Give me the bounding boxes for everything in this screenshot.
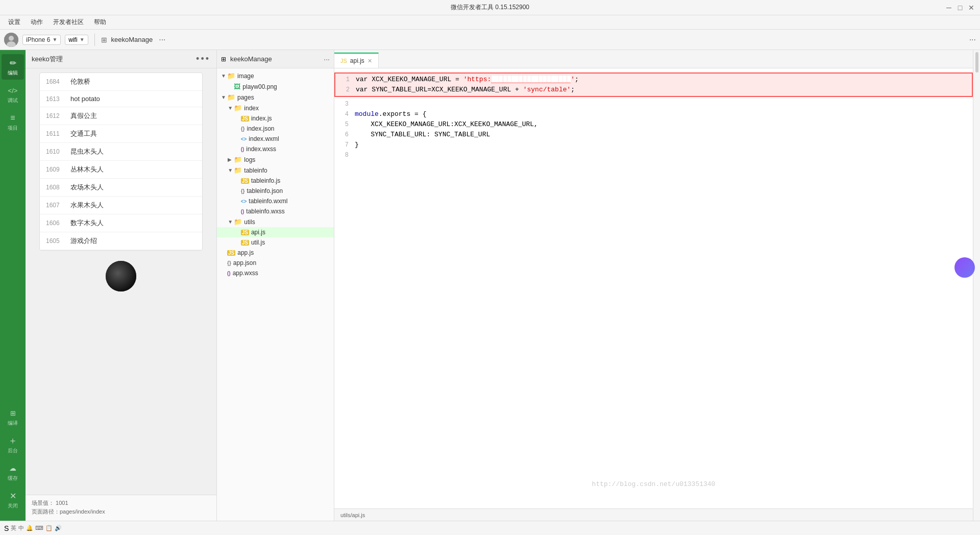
project-icon: ⊞ — [101, 36, 107, 44]
project-sidebar-icon: ≡ — [7, 112, 18, 124]
tree-item-tableinfojs[interactable]: JS tableinfo.js — [217, 176, 334, 186]
list-item-num: 1613 — [46, 95, 64, 103]
list-item-name: 昆虫木头人 — [70, 147, 104, 156]
svg-point-1 — [9, 36, 14, 41]
scrollbar-thumb[interactable] — [975, 52, 978, 72]
list-item-num: 1609 — [46, 166, 64, 173]
keyboard-icon[interactable]: ⌨ — [35, 525, 43, 531]
device-selector[interactable]: iPhone 6 ▼ — [22, 35, 61, 45]
file-tree-more[interactable]: ··· — [324, 55, 330, 63]
app-title: 微信开发者工具 0.15.152900 — [451, 3, 529, 12]
menu-settings[interactable]: 设置 — [4, 17, 24, 28]
file-type-icon: {} — [241, 126, 245, 132]
sidebar-item-backend[interactable]: ＋ 后台 — [2, 432, 24, 457]
file-type-icon: JS — [241, 178, 249, 184]
wifi-selector[interactable]: wifi ▼ — [65, 35, 88, 45]
tab-close-button[interactable]: ✕ — [368, 58, 372, 64]
tree-item-tableinfowxss[interactable]: () tableinfo.wxss — [217, 206, 334, 216]
file-type-icon: () — [241, 209, 244, 214]
arrow-icon: ▼ — [228, 105, 233, 111]
notification-icon[interactable]: 🔔 — [26, 525, 33, 531]
tree-item-label: index — [244, 105, 259, 112]
tree-item-tableinfojson[interactable]: {} tableinfo.json — [217, 186, 334, 196]
tree-item-indexjs[interactable]: JS index.js — [217, 113, 334, 124]
lang-en[interactable]: 英 — [11, 524, 16, 532]
arrow-icon: ▼ — [228, 167, 233, 173]
editor-label: 编辑 — [8, 69, 18, 77]
tree-item-indexwxml[interactable]: <> index.wxml — [217, 134, 334, 144]
file-type-icon: () — [227, 271, 231, 276]
sougou-icon[interactable]: S — [4, 524, 9, 532]
tree-item-logs[interactable]: ▶📁 logs — [217, 154, 334, 165]
toolbar-more-button[interactable]: ··· — [159, 35, 165, 44]
list-item[interactable]: 1612真假公主 — [40, 107, 202, 125]
list-item[interactable]: 1611交通工具 — [40, 125, 202, 143]
list-item[interactable]: 1606数字木头人 — [40, 214, 202, 232]
tree-item-index[interactable]: ▼📁 index — [217, 103, 334, 113]
list-item[interactable]: 1684伦敦桥 — [40, 73, 202, 91]
sidebar-item-project[interactable]: ≡ 项目 — [2, 109, 24, 135]
sidebar-item-cache[interactable]: ☁ 缓存 — [2, 459, 24, 485]
file-tree-panel: ⊞ keekoManage ··· ▼📁 image 🖼 playw00.png… — [217, 50, 334, 521]
tree-item-appjson[interactable]: {} app.json — [217, 258, 334, 268]
list-item[interactable]: 1608农场木头人 — [40, 179, 202, 197]
list-item[interactable]: 1607水果木头人 — [40, 197, 202, 214]
phone-header-dots[interactable]: ••• — [196, 54, 210, 64]
file-type-icon: <> — [241, 199, 247, 204]
menu-actions[interactable]: 动作 — [27, 17, 47, 28]
editor-tab-apijs[interactable]: JS api.js ✕ — [334, 53, 379, 68]
code-line: 4module.exports = { — [334, 109, 973, 119]
arrow-icon: ▼ — [221, 94, 226, 100]
toolbar-extra-button[interactable]: ··· — [969, 35, 976, 44]
list-item[interactable]: 1610昆虫木头人 — [40, 143, 202, 161]
tree-item-utiljs[interactable]: JS util.js — [217, 237, 334, 248]
list-item[interactable]: 1605游戏介绍 — [40, 232, 202, 250]
tree-item-indexjson[interactable]: {} index.json — [217, 124, 334, 134]
file-type-icon: 📁 — [227, 72, 235, 80]
menu-help[interactable]: 帮助 — [90, 17, 110, 28]
avatar[interactable] — [4, 33, 18, 47]
scene-value: 场景值： 1001 — [32, 499, 210, 507]
list-item[interactable]: 1609丛林木头人 — [40, 161, 202, 179]
project-label: 项目 — [8, 125, 18, 132]
tree-item-utils[interactable]: ▼📁 utils — [217, 216, 334, 227]
file-type-icon: 📁 — [234, 104, 242, 112]
list-item-name: hot potato — [70, 95, 100, 103]
tree-item-indexwxss[interactable]: () index.wxss — [217, 144, 334, 154]
tab-label: api.js — [350, 57, 364, 64]
sidebar-item-close[interactable]: ✕ 关闭 — [2, 487, 24, 513]
code-line: 6 SYNC_TABLE_URL: SYNC_TABLE_URL — [334, 130, 973, 140]
file-type-icon: 📁 — [227, 93, 235, 101]
tree-item-label: util.js — [251, 239, 265, 246]
file-type-icon: <> — [241, 136, 247, 142]
right-scrollbar[interactable] — [973, 50, 980, 521]
minimize-button[interactable]: ─ — [945, 4, 952, 11]
tree-item-apijs[interactable]: JS api.js — [217, 227, 334, 237]
file-type-icon: {} — [241, 188, 245, 194]
menu-devcom[interactable]: 开发者社区 — [49, 17, 88, 28]
tree-item-label: tableinfo — [244, 167, 267, 174]
tree-item-pages[interactable]: ▼📁 pages — [217, 92, 334, 103]
tree-item-image[interactable]: ▼📁 image — [217, 70, 334, 81]
sidebar-item-editor[interactable]: ✏ 编辑 — [2, 54, 24, 80]
maximize-button[interactable]: □ — [957, 4, 964, 11]
code-line: 1var XCX_KEEKO_MANAGE_URL = 'https:█████… — [335, 75, 972, 85]
tree-item-tableinfowxml[interactable]: <> tableinfo.wxml — [217, 196, 334, 206]
tree-item-label: index.wxss — [246, 145, 276, 153]
tree-item-playw00png[interactable]: 🖼 playw00.png — [217, 81, 334, 92]
sound-icon[interactable]: 🔊 — [55, 525, 62, 531]
sidebar-bottom: ⊞ 编译 ＋ 后台 ☁ 缓存 ✕ 关闭 — [2, 404, 24, 517]
list-item-name: 水果木头人 — [70, 201, 104, 210]
sidebar-item-component[interactable]: ⊞ 编译 — [2, 404, 24, 430]
tree-item-appwxss[interactable]: () app.wxss — [217, 268, 334, 278]
close-button[interactable]: ✕ — [968, 4, 975, 11]
file-type-icon: JS — [227, 250, 235, 256]
clipboard-icon[interactable]: 📋 — [45, 525, 53, 531]
tree-item-appjs[interactable]: JS app.js — [217, 248, 334, 258]
list-item[interactable]: 1613hot potato — [40, 91, 202, 107]
sidebar-item-debug[interactable]: </> 调试 — [2, 82, 24, 107]
arrow-icon: ▶ — [228, 157, 233, 162]
lang-zh[interactable]: 中 — [18, 524, 24, 532]
tree-item-tableinfo[interactable]: ▼📁 tableinfo — [217, 165, 334, 176]
editor-content[interactable]: 1var XCX_KEEKO_MANAGE_URL = 'https:█████… — [334, 68, 973, 508]
